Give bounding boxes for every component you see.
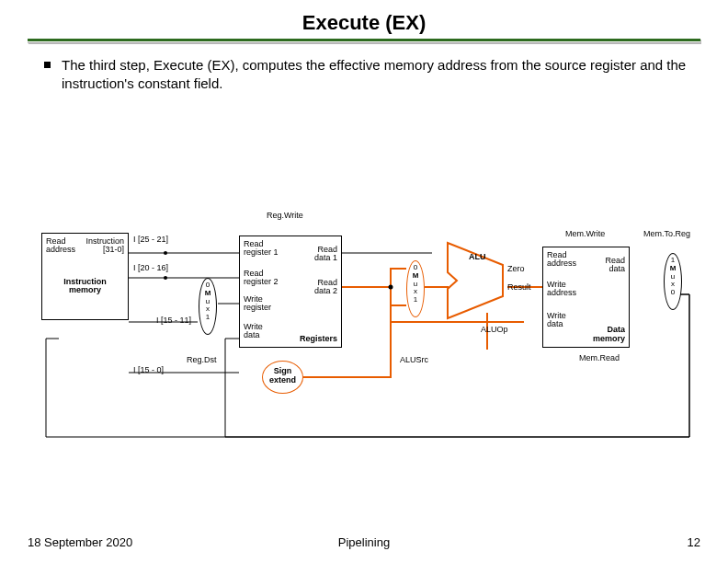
footer-page: 12	[688, 535, 700, 549]
lbl-i150: I [15 - 0]	[133, 366, 164, 374]
sig-aluop: ALUOp	[481, 326, 508, 334]
imem-name: Instruction memory	[42, 278, 128, 295]
sig-alusrc: ALUSrc	[400, 356, 428, 364]
sig-memwrite: Mem.Write	[565, 230, 605, 238]
bullet-point: The third step, Execute (EX), computes t…	[0, 43, 728, 92]
rf-r1: Read register 1	[244, 240, 279, 258]
alu-name: ALU	[469, 253, 486, 261]
mux-regdst: 0 M u x 1	[199, 278, 217, 335]
rf-wd: Write data	[244, 323, 263, 340]
dmem-wd: Write data	[547, 312, 566, 329]
data-memory: Read address Write address Write data Re…	[542, 247, 630, 348]
page-title: Execute (EX)	[0, 0, 728, 39]
rf-d1: Read data 1	[314, 246, 337, 263]
imem-instr: Instruction [31-0]	[85, 237, 124, 255]
alu-zero: Zero	[507, 265, 525, 273]
datapath-diagram: Reg.Write Mem.Write Mem.To.Reg Reg.Dst A…	[28, 202, 700, 478]
lbl-i2016: I [20 - 16]	[133, 264, 168, 272]
dmem-wa: Write address	[547, 281, 576, 298]
sig-memtoreg: Mem.To.Reg	[643, 230, 690, 238]
svg-point-15	[389, 285, 393, 290]
rf-wr: Write register	[244, 295, 271, 313]
mux-alusrc: 0 M u x 1	[406, 260, 425, 317]
mux-1: 1	[407, 296, 424, 304]
mux-1: 1	[199, 314, 216, 322]
sign-extend: Sign extend	[262, 361, 303, 394]
svg-point-13	[164, 251, 167, 255]
bullet-text: The third step, Execute (EX), computes t…	[62, 56, 700, 92]
rf-d2: Read data 2	[314, 279, 337, 296]
mux-memtoreg: 1 M u x 0	[664, 253, 682, 310]
imem-read-addr: Read address	[46, 237, 75, 255]
lbl-i1511: I [15 - 11]	[156, 316, 191, 325]
dmem-ra: Read address	[547, 251, 576, 269]
rf-r2: Read register 2	[244, 270, 279, 287]
svg-point-14	[164, 276, 167, 280]
rf-name: Registers	[300, 335, 337, 343]
sig-regdst: Reg.Dst	[187, 356, 217, 364]
dmem-name: Data memory	[593, 326, 625, 343]
sig-memread: Mem.Read	[579, 354, 620, 362]
mux-0: 0	[665, 289, 681, 297]
bullet-square	[44, 62, 51, 68]
footer-topic: Pipelining	[0, 535, 728, 549]
instruction-memory: Read address Instruction [31-0] Instruct…	[41, 233, 129, 320]
lbl-i2521: I [25 - 21]	[133, 236, 168, 244]
dmem-rd: Read data	[605, 257, 625, 274]
alu-result: Result	[507, 283, 531, 292]
register-file: Read register 1 Read register 2 Write re…	[239, 236, 342, 348]
sig-regwrite: Reg.Write	[267, 212, 303, 220]
